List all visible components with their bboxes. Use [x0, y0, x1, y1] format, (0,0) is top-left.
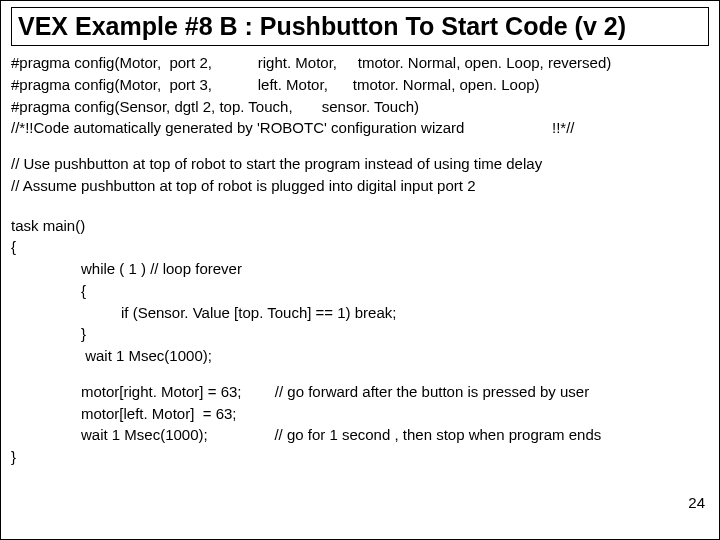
- pragma-line-1: #pragma config(Motor, port 2, right. Mot…: [11, 52, 709, 74]
- code-motor-right: motor[right. Motor] = 63; // go forward …: [11, 381, 709, 403]
- title-box: VEX Example #8 B : Pushbutton To Start C…: [11, 7, 709, 46]
- code-close-brace: }: [11, 446, 709, 468]
- code-if: if (Sensor. Value [top. Touch] == 1) bre…: [11, 302, 709, 324]
- code-while-open: {: [11, 280, 709, 302]
- page-number: 24: [688, 494, 705, 511]
- code-motor-left: motor[left. Motor] = 63;: [11, 403, 709, 425]
- slide-body: #pragma config(Motor, port 2, right. Mot…: [11, 52, 709, 468]
- comment-line-2: // Assume pushbutton at top of robot is …: [11, 175, 709, 197]
- code-while: while ( 1 ) // loop forever: [11, 258, 709, 280]
- slide-title: VEX Example #8 B : Pushbutton To Start C…: [18, 12, 702, 41]
- code-task: task main(): [11, 215, 709, 237]
- comment-block: // Use pushbutton at top of robot to sta…: [11, 153, 709, 197]
- code-while-close: }: [11, 323, 709, 345]
- pragma-block: #pragma config(Motor, port 2, right. Mot…: [11, 52, 709, 139]
- code-wait2: wait 1 Msec(1000); // go for 1 second , …: [11, 424, 709, 446]
- pragma-line-3: #pragma config(Sensor, dgtl 2, top. Touc…: [11, 96, 709, 118]
- code-block: task main() { while ( 1 ) // loop foreve…: [11, 215, 709, 468]
- pragma-line-2: #pragma config(Motor, port 3, left. Moto…: [11, 74, 709, 96]
- slide: VEX Example #8 B : Pushbutton To Start C…: [0, 0, 720, 540]
- code-wait1: wait 1 Msec(1000);: [11, 345, 709, 367]
- comment-line-1: // Use pushbutton at top of robot to sta…: [11, 153, 709, 175]
- code-blank: [11, 367, 709, 381]
- pragma-line-4: //*!!Code automatically generated by 'RO…: [11, 117, 709, 139]
- code-open-brace: {: [11, 236, 709, 258]
